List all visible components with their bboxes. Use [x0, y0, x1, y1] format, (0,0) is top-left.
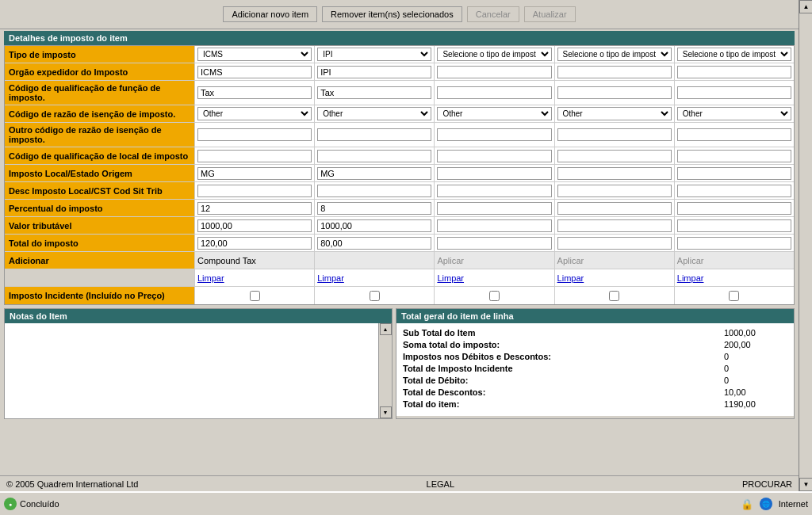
tax-cell[interactable]: IPI [315, 46, 435, 63]
tax-cell[interactable] [315, 81, 435, 105]
razao-select-3[interactable]: Other [437, 107, 551, 120]
imposto-checkbox-2[interactable] [370, 291, 380, 301]
scroll-down-btn[interactable]: ▼ [799, 478, 812, 491]
tipo-imposto-select-5[interactable]: Selecione o tipo de impost [677, 48, 791, 61]
percentual-input-4[interactable] [557, 202, 672, 215]
percentual-input-3[interactable] [437, 202, 551, 215]
tax-cell[interactable] [555, 165, 675, 181]
limpar-cell-1[interactable]: Limpar [195, 269, 315, 286]
tax-cell[interactable] [315, 147, 435, 164]
aplicar-cell-3[interactable]: Aplicar [435, 252, 554, 269]
checkbox-cell-4[interactable] [555, 287, 675, 304]
tax-cell[interactable]: Selecione o tipo de impost [675, 46, 794, 63]
tax-cell[interactable]: Other [435, 105, 554, 122]
imposto-checkbox-1[interactable] [250, 291, 260, 301]
estado-input-5[interactable] [677, 167, 791, 180]
tax-cell[interactable] [315, 182, 435, 199]
tax-cell[interactable] [195, 81, 315, 105]
qualif-input-5[interactable] [677, 86, 791, 99]
local-input-5[interactable] [677, 150, 791, 162]
imposto-checkbox-3[interactable] [489, 291, 500, 301]
tipo-imposto-select-3[interactable]: Selecione o tipo de impost [437, 48, 551, 61]
tax-cell[interactable] [675, 217, 794, 234]
limpar-cell-5[interactable]: Limpar [675, 269, 794, 286]
outro-input-5[interactable] [677, 128, 791, 141]
aplicar-cell-5[interactable]: Aplicar [675, 252, 794, 269]
estado-input-2[interactable] [317, 167, 431, 180]
checkbox-cell-5[interactable] [675, 287, 794, 304]
add-item-button[interactable]: Adicionar novo item [223, 6, 317, 22]
orgao-input-3[interactable] [437, 66, 551, 78]
tax-cell[interactable] [675, 123, 794, 147]
valor-input-3[interactable] [437, 219, 551, 232]
tax-cell[interactable] [315, 165, 435, 181]
tipo-imposto-select-1[interactable]: ICMS [197, 48, 312, 61]
outro-input-4[interactable] [557, 128, 672, 141]
tax-cell[interactable] [675, 200, 794, 216]
outro-input-2[interactable] [317, 128, 431, 141]
tax-cell[interactable] [555, 63, 675, 80]
tax-cell[interactable] [315, 217, 435, 234]
tax-cell[interactable] [195, 165, 315, 181]
tax-cell[interactable]: Selecione o tipo de impost [555, 46, 675, 63]
limpar-link-2[interactable]: Limpar [317, 273, 344, 283]
imposto-checkbox-4[interactable] [609, 291, 619, 301]
tax-cell[interactable] [315, 200, 435, 216]
tax-cell[interactable] [675, 147, 794, 164]
total-input-2[interactable] [317, 237, 431, 250]
tax-cell[interactable] [675, 182, 794, 199]
notes-textarea[interactable] [5, 323, 378, 418]
local-input-1[interactable] [197, 150, 312, 162]
total-input-4[interactable] [557, 237, 672, 250]
tax-cell[interactable] [315, 63, 435, 80]
tax-cell[interactable] [675, 165, 794, 181]
tax-cell[interactable] [435, 217, 554, 234]
tax-cell[interactable] [555, 217, 675, 234]
limpar-link-5[interactable]: Limpar [677, 273, 704, 283]
tax-cell[interactable] [555, 235, 675, 251]
tax-cell[interactable] [195, 123, 315, 147]
razao-select-5[interactable]: Other [677, 107, 791, 120]
limpar-link-1[interactable]: Limpar [197, 273, 224, 283]
tax-cell[interactable]: Other [675, 105, 794, 122]
percentual-input-1[interactable] [197, 202, 312, 215]
limpar-cell-4[interactable]: Limpar [555, 269, 675, 286]
total-input-1[interactable] [197, 237, 312, 250]
local-input-3[interactable] [437, 150, 551, 162]
limpar-link-4[interactable]: Limpar [557, 273, 584, 283]
local-input-2[interactable] [317, 150, 431, 162]
tax-cell[interactable] [555, 81, 675, 105]
qualif-input-4[interactable] [557, 86, 672, 99]
desc-input-4[interactable] [557, 185, 672, 197]
tax-cell[interactable]: Selecione o tipo de impost [435, 46, 554, 63]
tax-cell[interactable]: Other [315, 105, 435, 122]
tax-cell[interactable] [315, 235, 435, 251]
valor-input-5[interactable] [677, 219, 791, 232]
razao-select-2[interactable]: Other [317, 107, 431, 120]
estado-input-1[interactable] [197, 167, 312, 180]
desc-input-2[interactable] [317, 185, 431, 197]
tax-cell[interactable] [675, 235, 794, 251]
estado-input-3[interactable] [437, 167, 551, 180]
outro-input-1[interactable] [197, 128, 312, 141]
scroll-up-arrow[interactable]: ▲ [380, 323, 392, 335]
tax-cell[interactable] [195, 182, 315, 199]
tax-cell[interactable] [195, 217, 315, 234]
remove-item-button[interactable]: Remover item(ns) selecionados [322, 6, 462, 22]
tax-cell[interactable] [435, 81, 554, 105]
tax-cell[interactable] [435, 235, 554, 251]
tax-cell[interactable] [195, 63, 315, 80]
tax-cell[interactable] [675, 63, 794, 80]
scroll-down-arrow[interactable]: ▼ [380, 406, 392, 418]
local-input-4[interactable] [557, 150, 672, 162]
checkbox-cell-1[interactable] [195, 287, 315, 304]
aplicar-cell-4[interactable]: Aplicar [555, 252, 675, 269]
qualif-input-2[interactable] [317, 86, 431, 99]
tax-cell[interactable] [555, 147, 675, 164]
tax-cell[interactable] [555, 182, 675, 199]
qualif-input-1[interactable] [197, 86, 312, 99]
valor-input-1[interactable] [197, 219, 312, 232]
total-input-3[interactable] [437, 237, 551, 250]
percentual-input-5[interactable] [677, 202, 791, 215]
checkbox-cell-3[interactable] [435, 287, 554, 304]
